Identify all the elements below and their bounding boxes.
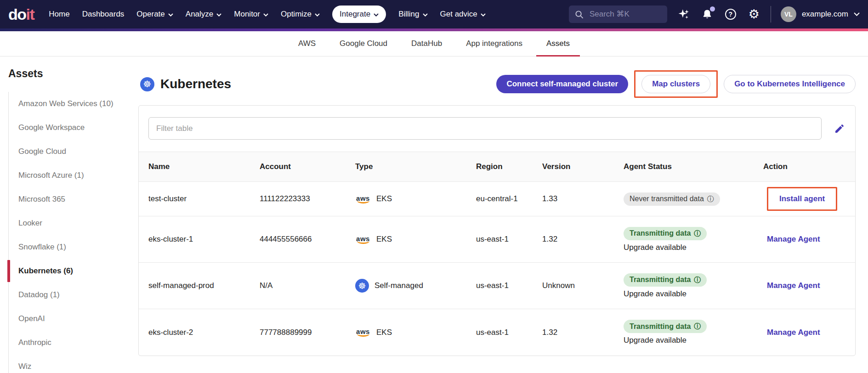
column-header-action: Action	[763, 162, 855, 171]
install-agent-link[interactable]: Install agent	[779, 194, 825, 203]
cell-version: 1.32	[542, 235, 624, 244]
sidebar-item-wiz[interactable]: Wiz	[9, 355, 138, 373]
cell-type: aws EKS	[355, 235, 476, 244]
status-badge: Never transmitted data ⓘ	[624, 192, 720, 206]
account-domain: example.com	[802, 10, 848, 19]
nav-item-home[interactable]: Home	[49, 10, 69, 19]
nav-item-monitor[interactable]: Monitor	[234, 10, 268, 19]
go-to-kubernetes-intelligence-button[interactable]: Go to Kubernetes Intelligence	[724, 75, 856, 93]
settings-gear-icon[interactable]: ⚙	[747, 6, 761, 22]
aws-icon: aws	[355, 328, 371, 337]
search-input[interactable]	[589, 9, 661, 19]
sidebar-item-amazon-web-services[interactable]: Amazon Web Services (10)	[9, 92, 138, 116]
status-badge: Transmitting data ⓘ	[624, 273, 707, 287]
sidebar-item-openai[interactable]: OpenAI	[9, 307, 138, 331]
map-clusters-button[interactable]: Map clusters	[641, 75, 710, 93]
column-header-region: Region	[476, 162, 542, 171]
table-row: eks-cluster-2 777788889999 aws EKS us-ea…	[139, 309, 855, 356]
cell-agent-status: Transmitting data ⓘ Upgrade available	[624, 273, 763, 299]
asset-type-list: Amazon Web Services (10) Google Workspac…	[8, 92, 138, 373]
global-search[interactable]	[569, 6, 667, 23]
cell-action: Install agent	[763, 187, 855, 211]
kubernetes-icon: ☸	[140, 77, 154, 91]
cell-version: 1.33	[542, 194, 624, 203]
account-menu[interactable]: VL example.com	[781, 6, 860, 22]
main-nav: Home Dashboards Operate Analyze Monitor …	[49, 6, 485, 23]
cell-action: Manage Agent	[763, 235, 855, 244]
tab-aws[interactable]: AWS	[298, 31, 316, 56]
sidebar-item-google-cloud[interactable]: Google Cloud	[9, 140, 138, 164]
top-navbar: doit Home Dashboards Operate Analyze Mon…	[0, 0, 868, 28]
doit-logo[interactable]: doit	[8, 6, 34, 23]
notification-dot	[710, 6, 715, 11]
upgrade-available-note: Upgrade available	[624, 336, 686, 345]
status-badge: Transmitting data ⓘ	[624, 320, 707, 333]
cell-agent-status: Transmitting data ⓘ Upgrade available	[624, 320, 763, 345]
nav-item-integrate-active[interactable]: Integrate	[332, 6, 386, 23]
info-icon[interactable]: ⓘ	[707, 195, 714, 203]
cell-region: us-east-1	[476, 235, 542, 244]
table-row: test-cluster 111122223333 aws EKS eu-cen…	[139, 182, 855, 216]
cell-action: Manage Agent	[763, 281, 855, 290]
cell-action: Manage Agent	[763, 328, 855, 337]
cell-agent-status: Transmitting data ⓘ Upgrade available	[624, 227, 763, 252]
manage-agent-link[interactable]: Manage Agent	[767, 235, 820, 243]
sidebar-item-microsoft-365[interactable]: Microsoft 365	[9, 187, 138, 211]
sidebar-item-google-workspace[interactable]: Google Workspace	[9, 116, 138, 140]
cell-region: us-east-1	[476, 281, 542, 290]
info-icon[interactable]: ⓘ	[694, 229, 701, 238]
nav-item-analyze[interactable]: Analyze	[186, 10, 221, 19]
help-icon[interactable]: ?	[724, 6, 738, 22]
avatar: VL	[781, 6, 796, 22]
tab-app-integrations[interactable]: App integrations	[466, 31, 522, 56]
upgrade-available-note: Upgrade available	[624, 289, 686, 299]
aws-icon: aws	[355, 195, 371, 203]
cell-type: aws EKS	[355, 328, 476, 337]
edit-columns-pencil-icon[interactable]	[834, 123, 845, 135]
connect-self-managed-cluster-button[interactable]: Connect self-managed cluster	[496, 75, 628, 93]
info-icon[interactable]: ⓘ	[694, 276, 701, 284]
navbar-divider	[771, 6, 771, 23]
sidebar-item-microsoft-azure[interactable]: Microsoft Azure (1)	[9, 164, 138, 187]
sidebar-item-datadog[interactable]: Datadog (1)	[9, 283, 138, 307]
manage-agent-link[interactable]: Manage Agent	[767, 281, 820, 290]
kubernetes-icon: ☸	[355, 279, 369, 293]
notifications-bell-icon[interactable]	[700, 6, 714, 22]
cell-name: test-cluster	[148, 194, 260, 203]
search-icon	[575, 10, 584, 19]
cell-account: 111122223333	[260, 194, 355, 203]
clusters-table-card: Name Account Type Region Version Agent S…	[138, 105, 856, 356]
logo-text-it: it	[26, 6, 34, 23]
column-header-version: Version	[542, 162, 624, 171]
filter-table-input[interactable]	[148, 117, 822, 140]
chevron-down-icon	[168, 13, 173, 17]
sidebar-item-looker[interactable]: Looker	[9, 211, 138, 235]
tab-google-cloud[interactable]: Google Cloud	[340, 31, 387, 56]
status-badge: Transmitting data ⓘ	[624, 227, 707, 240]
sidebar-item-snowflake[interactable]: Snowflake (1)	[9, 235, 138, 259]
chevron-down-icon	[216, 13, 221, 17]
info-icon[interactable]: ⓘ	[694, 322, 701, 331]
tab-assets-active[interactable]: Assets	[546, 31, 570, 56]
ai-sparkles-icon[interactable]	[677, 6, 691, 22]
table-row: self-managed-prod N/A ☸ Self-managed us-…	[139, 263, 855, 309]
cell-type: aws EKS	[355, 194, 476, 203]
chevron-down-icon	[481, 13, 486, 17]
chevron-down-icon	[374, 13, 379, 17]
sidebar-title: Assets	[8, 68, 138, 80]
chevron-down-icon	[423, 13, 428, 17]
tab-datahub[interactable]: DataHub	[411, 31, 442, 56]
cell-version: Unknown	[542, 281, 624, 290]
page-title: Kubernetes	[160, 77, 231, 91]
column-header-type: Type	[355, 162, 476, 171]
annotation-box-map-clusters: Map clusters	[634, 70, 718, 98]
nav-item-billing[interactable]: Billing	[398, 10, 427, 19]
manage-agent-link[interactable]: Manage Agent	[767, 328, 820, 337]
nav-item-dashboards[interactable]: Dashboards	[82, 10, 125, 19]
sidebar-item-anthropic[interactable]: Anthropic	[9, 331, 138, 355]
aws-icon: aws	[355, 235, 371, 244]
nav-item-operate[interactable]: Operate	[136, 10, 173, 19]
sidebar-item-kubernetes-active[interactable]: Kubernetes (6)	[9, 259, 138, 283]
nav-item-get-advice[interactable]: Get advice	[440, 10, 486, 19]
nav-item-optimize[interactable]: Optimize	[281, 10, 320, 19]
